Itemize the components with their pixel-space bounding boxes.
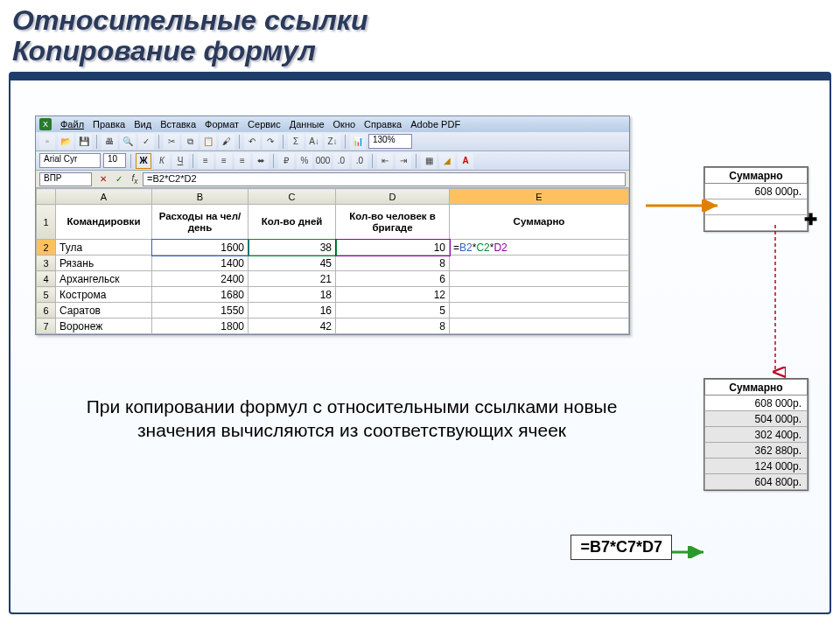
cell-D2[interactable]: 10	[336, 240, 450, 256]
cell-E2[interactable]: =B2*C2*D2	[450, 240, 629, 256]
col-header-C[interactable]: C	[248, 189, 336, 205]
copy-icon[interactable]: ⧉	[182, 134, 198, 150]
indent-inc-icon[interactable]: ⇥	[396, 153, 411, 169]
cell-B5[interactable]: 1680	[152, 287, 248, 303]
enter-formula-icon[interactable]: ✓	[113, 173, 125, 186]
menu-insert[interactable]: Вставка	[160, 119, 196, 130]
dec-decimal-icon[interactable]: .0	[352, 153, 368, 169]
col-header-D[interactable]: D	[336, 189, 450, 205]
underline-button[interactable]: Ч	[172, 153, 188, 169]
paste-icon[interactable]: 📋	[200, 134, 216, 150]
cell-D5[interactable]: 12	[336, 287, 450, 303]
row-header-1[interactable]: 1	[37, 205, 56, 240]
cell-E1[interactable]: Суммарно	[450, 205, 629, 240]
spreadsheet-grid[interactable]: A B C D E 1 Командировки Расходы на чел/…	[36, 188, 629, 334]
cell-B4[interactable]: 2400	[152, 271, 248, 287]
indent-dec-icon[interactable]: ⇤	[377, 153, 393, 169]
row-header-6[interactable]: 6	[37, 303, 56, 318]
cell-D1[interactable]: Кол-во человек в бригаде	[336, 205, 450, 240]
fill-color-icon[interactable]: ◢	[439, 153, 455, 169]
cell-B7[interactable]: 1800	[152, 318, 248, 334]
italic-button[interactable]: К	[154, 153, 170, 169]
cell-C7[interactable]: 42	[248, 318, 336, 334]
row-header-5[interactable]: 5	[37, 287, 56, 303]
cell-D7[interactable]: 8	[336, 318, 450, 334]
menu-tools[interactable]: Сервис	[248, 119, 281, 130]
col-header-E[interactable]: E	[450, 189, 629, 205]
format-painter-icon[interactable]: 🖌	[219, 134, 234, 150]
new-icon[interactable]: ▫	[39, 134, 55, 150]
cell-D4[interactable]: 6	[336, 271, 450, 287]
menu-adobe[interactable]: Adobe PDF	[410, 119, 460, 130]
inc-decimal-icon[interactable]: .0	[333, 153, 349, 169]
cell-D3[interactable]: 8	[336, 256, 450, 271]
redo-icon[interactable]: ↷	[262, 134, 278, 150]
align-right-icon[interactable]: ≡	[234, 153, 250, 169]
autosum-icon[interactable]: Σ	[288, 134, 304, 150]
cell-B2[interactable]: 1600	[152, 240, 248, 256]
cell-E5[interactable]	[450, 287, 629, 303]
cell-A6[interactable]: Саратов	[56, 303, 152, 318]
row-header-7[interactable]: 7	[37, 318, 56, 334]
name-box[interactable]: ВПР	[39, 172, 92, 186]
font-name-input[interactable]: Arial Cyr	[39, 153, 101, 168]
formula-input[interactable]: =B2*C2*D2	[143, 172, 626, 186]
menu-view[interactable]: Вид	[134, 119, 151, 130]
cut-icon[interactable]: ✂	[164, 134, 179, 150]
align-left-icon[interactable]: ≡	[198, 153, 214, 169]
menu-window[interactable]: Окно	[333, 119, 356, 130]
cell-E3[interactable]	[450, 256, 629, 271]
col-header-A[interactable]: A	[56, 189, 152, 205]
cell-C4[interactable]: 21	[248, 271, 336, 287]
font-color-icon[interactable]: A	[458, 153, 473, 169]
cell-A1[interactable]: Командировки	[56, 205, 152, 240]
undo-icon[interactable]: ↶	[244, 134, 260, 150]
save-icon[interactable]: 💾	[76, 134, 92, 150]
merge-icon[interactable]: ⬌	[253, 153, 269, 169]
open-icon[interactable]: 📂	[58, 134, 74, 150]
fx-icon[interactable]: fx	[129, 173, 141, 186]
borders-icon[interactable]: ▦	[421, 153, 437, 169]
cell-A4[interactable]: Архангельск	[56, 271, 152, 287]
menu-format[interactable]: Формат	[205, 119, 239, 130]
cell-C1[interactable]: Кол-во дней	[248, 205, 336, 240]
percent-icon[interactable]: %	[297, 153, 312, 169]
menu-file[interactable]: Файл	[60, 119, 84, 130]
menu-edit[interactable]: Правка	[93, 119, 125, 130]
menu-data[interactable]: Данные	[290, 119, 325, 130]
cell-B1[interactable]: Расходы на чел/день	[152, 205, 248, 240]
cell-A7[interactable]: Воронеж	[56, 318, 152, 334]
currency-icon[interactable]: ₽	[278, 153, 294, 169]
cell-C3[interactable]: 45	[248, 256, 336, 271]
cell-E6[interactable]	[450, 303, 629, 318]
col-header-B[interactable]: B	[152, 189, 248, 205]
menu-help[interactable]: Справка	[364, 119, 402, 130]
cell-C5[interactable]: 18	[248, 287, 336, 303]
cell-A3[interactable]: Рязань	[56, 256, 152, 271]
align-center-icon[interactable]: ≡	[216, 153, 232, 169]
row-header-4[interactable]: 4	[37, 271, 56, 287]
cell-C6[interactable]: 16	[248, 303, 336, 318]
sort-desc-icon[interactable]: Z↓	[325, 134, 340, 150]
cell-A2[interactable]: Тула	[56, 240, 152, 256]
cell-A5[interactable]: Кострома	[56, 287, 152, 303]
cell-C2[interactable]: 38	[248, 240, 336, 256]
zoom-input[interactable]: 130%	[368, 134, 412, 149]
spellcheck-icon[interactable]: ✓	[138, 134, 154, 150]
row-header-2[interactable]: 2	[37, 240, 56, 256]
chart-icon[interactable]: 📊	[350, 134, 366, 150]
cell-D6[interactable]: 5	[336, 303, 450, 318]
cell-E4[interactable]	[450, 271, 629, 287]
print-icon[interactable]: 🖶	[102, 134, 117, 150]
cell-B6[interactable]: 1550	[152, 303, 248, 318]
sort-asc-icon[interactable]: A↓	[306, 134, 322, 150]
thousand-icon[interactable]: 000	[315, 153, 331, 169]
select-all-corner[interactable]	[37, 189, 56, 205]
cancel-formula-icon[interactable]: ✕	[97, 173, 109, 186]
cell-B3[interactable]: 1400	[152, 256, 248, 271]
row-header-3[interactable]: 3	[37, 256, 56, 271]
font-size-input[interactable]: 10	[103, 153, 126, 168]
cell-E7[interactable]	[450, 318, 629, 334]
bold-button[interactable]: Ж	[136, 153, 151, 169]
preview-icon[interactable]: 🔍	[120, 134, 136, 150]
